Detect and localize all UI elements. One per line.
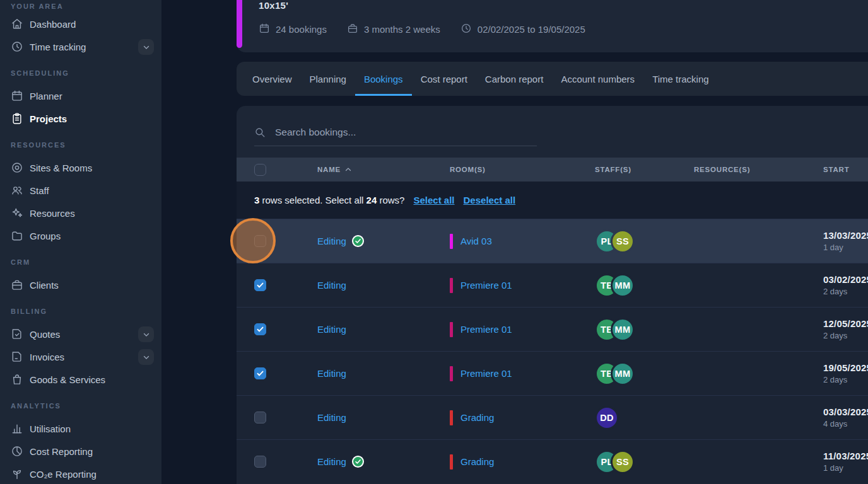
bookings-panel: NAME ROOM(S) STAFF(S) RESOURCE(S) START … xyxy=(237,106,868,484)
row-checkbox[interactable] xyxy=(254,367,266,379)
staff-avatars: PLSS xyxy=(595,229,694,253)
sidebar-item-staff[interactable]: Staff xyxy=(0,179,161,202)
row-checkbox[interactable] xyxy=(254,412,266,424)
sparkles-icon xyxy=(11,207,23,219)
tab-cost-report[interactable]: Cost report xyxy=(412,62,476,96)
search-input[interactable] xyxy=(275,127,537,138)
sidebar-section: BILLING Quotes Invoices Goods & Services xyxy=(0,300,161,391)
room-color-bar xyxy=(450,454,453,470)
sidebar-item-quotes[interactable]: Quotes xyxy=(0,323,161,345)
room-color-bar xyxy=(450,366,453,381)
booking-name-link[interactable]: Editing xyxy=(317,324,346,335)
briefcase-icon xyxy=(347,23,358,36)
start-date: 19/05/2025 xyxy=(823,362,868,373)
room-link[interactable]: Avid 03 xyxy=(460,236,492,246)
sidebar-item-co-e-reporting[interactable]: CO₂e Reporting xyxy=(0,463,161,484)
project-tabs: Overview Planning Bookings Cost report C… xyxy=(237,62,868,96)
meta-item: 3 months 2 weeks xyxy=(347,23,440,36)
start-cell: 19/05/2025 2 days xyxy=(823,362,868,384)
sidebar-section-label: YOUR AREA xyxy=(0,0,161,13)
start-cell: 12/05/2025 2 days xyxy=(823,318,868,340)
start-cell: 03/03/2025 4 days xyxy=(823,406,868,429)
column-start[interactable]: START xyxy=(823,166,868,173)
booking-name-link[interactable]: Editing xyxy=(317,280,346,291)
sidebar-section-label: CRM xyxy=(0,251,161,274)
search-icon xyxy=(254,127,266,138)
row-checkbox[interactable] xyxy=(254,235,266,247)
sidebar-item-projects[interactable]: Projects xyxy=(0,107,161,130)
room-link[interactable]: Grading xyxy=(460,412,494,423)
chevron-down-icon[interactable] xyxy=(138,349,154,365)
clipboard-icon xyxy=(11,112,23,125)
column-name[interactable]: NAME xyxy=(317,166,450,173)
tab-planning[interactable]: Planning xyxy=(301,62,355,96)
calendar-icon xyxy=(11,89,23,102)
room-color-bar xyxy=(450,322,453,337)
column-staff[interactable]: STAFF(S) xyxy=(595,166,694,173)
tab-account-numbers[interactable]: Account numbers xyxy=(552,62,643,96)
staff-avatar: MM xyxy=(611,274,635,297)
start-date: 03/02/2025 xyxy=(823,274,868,285)
select-all-link[interactable]: Select all xyxy=(413,195,454,205)
booking-name-link[interactable]: Editing xyxy=(317,456,346,467)
start-cell: 03/02/2025 2 days xyxy=(823,274,868,296)
tab-overview[interactable]: Overview xyxy=(243,62,301,96)
booking-name-link[interactable]: Editing xyxy=(317,368,346,379)
tab-carbon-report[interactable]: Carbon report xyxy=(476,62,553,96)
total-count: 24 xyxy=(367,195,377,205)
chevron-down-icon[interactable] xyxy=(138,326,154,342)
document-icon xyxy=(11,350,23,363)
sidebar-item-groups[interactable]: Groups xyxy=(0,224,161,247)
table-row[interactable]: Editing Premiere 01 TBMM 03/02/2025 2 da… xyxy=(237,263,868,307)
tab-time-tracking[interactable]: Time tracking xyxy=(643,62,717,96)
staff-avatar: SS xyxy=(611,450,635,474)
room-link[interactable]: Premiere 01 xyxy=(460,368,512,379)
column-resources[interactable]: RESOURCE(S) xyxy=(694,166,823,173)
row-checkbox[interactable] xyxy=(254,279,266,291)
booking-name-link[interactable]: Editing xyxy=(317,236,346,246)
staff-avatar: MM xyxy=(611,362,635,386)
document-check-icon xyxy=(11,328,23,340)
sidebar-item-resources[interactable]: Resources xyxy=(0,202,161,224)
room-color-bar xyxy=(450,234,453,249)
folder-icon xyxy=(11,229,23,242)
start-date: 11/03/2025 xyxy=(823,451,868,461)
sidebar-item-sites-rooms[interactable]: Sites & Rooms xyxy=(0,156,161,179)
staff-avatars: TBMM xyxy=(595,318,694,342)
deselect-all-link[interactable]: Deselect all xyxy=(464,195,516,205)
table-row[interactable]: Editing Avid 03 PLSS 13/03/2025 1 day xyxy=(237,219,868,263)
sidebar-item-clients[interactable]: Clients xyxy=(0,274,161,296)
calendar-icon xyxy=(259,23,270,36)
room-link[interactable]: Grading xyxy=(460,456,494,467)
row-checkbox[interactable] xyxy=(254,323,266,335)
table-row[interactable]: Editing Premiere 01 TBMM 19/05/2025 2 da… xyxy=(237,351,868,395)
sidebar-item-dashboard[interactable]: Dashboard xyxy=(0,13,161,35)
shopping-bag-icon xyxy=(11,373,23,386)
sidebar-item-invoices[interactable]: Invoices xyxy=(0,345,161,368)
selected-count: 3 xyxy=(254,195,259,205)
start-date: 12/05/2025 xyxy=(823,318,868,329)
sidebar-item-planner[interactable]: Planner xyxy=(0,84,161,107)
tab-bookings[interactable]: Bookings xyxy=(355,62,412,96)
staff-avatars: PLSS xyxy=(595,450,694,474)
verified-badge-icon xyxy=(352,456,364,468)
bar-chart-icon xyxy=(11,422,23,435)
sidebar-item-utilisation[interactable]: Utilisation xyxy=(0,417,161,440)
select-all-checkbox[interactable] xyxy=(254,164,266,176)
row-checkbox[interactable] xyxy=(254,456,266,468)
table-row[interactable]: Editing Premiere 01 TBMM 12/05/2025 2 da… xyxy=(237,307,868,351)
sidebar-section-label: SCHEDULING xyxy=(0,62,161,84)
sidebar-item-time-tracking[interactable]: Time tracking xyxy=(0,35,161,58)
chevron-down-icon[interactable] xyxy=(138,39,154,55)
table-row[interactable]: Editing Grading DD 03/03/2025 4 days xyxy=(237,395,868,439)
sidebar-section: CRM Clients xyxy=(0,251,161,296)
sidebar-item-cost-reporting[interactable]: Cost Reporting xyxy=(0,440,161,463)
booking-name-link[interactable]: Editing xyxy=(317,412,346,423)
sidebar-item-goods-services[interactable]: Goods & Services xyxy=(0,368,161,391)
search-row xyxy=(237,106,868,158)
column-rooms[interactable]: ROOM(S) xyxy=(450,166,595,173)
room-link[interactable]: Premiere 01 xyxy=(460,324,512,335)
sidebar-section: RESOURCES Sites & Rooms Staff Resources … xyxy=(0,134,161,247)
room-link[interactable]: Premiere 01 xyxy=(460,280,512,291)
table-row[interactable]: Editing Grading PLSS 11/03/2025 1 day xyxy=(237,439,868,483)
